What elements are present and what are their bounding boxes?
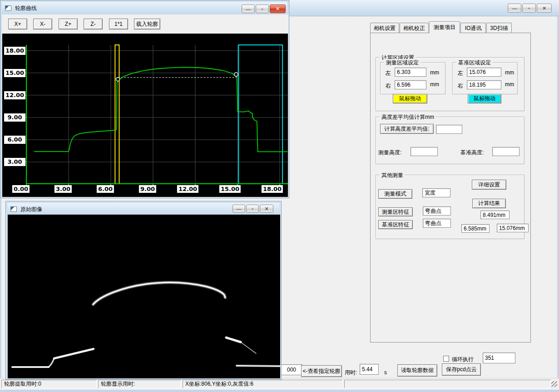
x-axis-label: 6.00: [97, 185, 114, 193]
reference-feature-button[interactable]: 基准区特征: [378, 220, 413, 229]
save-pcd-button[interactable]: 保存pcd点云: [442, 363, 481, 376]
reference-region-subgroup-title: 基准区域设定: [456, 59, 493, 67]
profile-window-title: 轮廓曲线: [15, 5, 37, 12]
tab-label: 相机校正: [403, 24, 425, 32]
toolbar-x-minus-button[interactable]: X-: [33, 19, 52, 29]
measure-feature-field[interactable]: 弯曲点: [423, 206, 451, 216]
loop-execute-label: 循环执行: [452, 356, 474, 363]
profile-minimize-button[interactable]: —: [242, 5, 255, 13]
profile-window-icon: [5, 5, 11, 11]
reference-height-field[interactable]: [492, 147, 519, 156]
y-axis-label: 3.00: [4, 158, 25, 166]
image-maximize-button[interactable]: ▫: [246, 205, 259, 213]
tab-camera-calibration[interactable]: 相机校正: [400, 23, 429, 33]
image-minimize-button[interactable]: —: [233, 205, 245, 213]
tab-3d-scan[interactable]: 3D扫描: [486, 23, 512, 33]
main-maximize-button[interactable]: ▫: [522, 4, 536, 13]
left-result-field[interactable]: 6.585mm: [461, 224, 490, 233]
reference-feature-field[interactable]: 弯曲点: [423, 219, 451, 228]
loop-execute-checkbox[interactable]: [443, 356, 449, 362]
reference-left-unit: mm: [505, 69, 514, 76]
tab-label: 3D扫描: [490, 24, 508, 32]
height-diff-result-field[interactable]: [436, 125, 462, 134]
main-window-left-border: [0, 198, 1, 392]
measure-right-unit: mm: [430, 81, 439, 88]
application-root: — ▫ ✕ 相机设置 相机校正 测量项目 IO通讯 3D扫描 计算区域设置 测量…: [0, 0, 559, 392]
tab-camera-settings[interactable]: 相机设置: [370, 23, 399, 33]
y-axis-label: 18.00: [4, 47, 25, 55]
toolbar-load-profile-button[interactable]: 载入轮廓: [134, 19, 160, 29]
reference-region-band[interactable]: [238, 45, 282, 184]
toolbar-x-plus-button[interactable]: X+: [8, 19, 27, 29]
laser-dash-tail: [241, 342, 256, 353]
status-extract-time: 轮廓提取用时:0: [1, 380, 97, 388]
y-axis-label: 12.00: [4, 91, 25, 99]
measure-right-label: 右: [386, 82, 391, 90]
measure-left-input[interactable]: 6.303: [395, 68, 426, 77]
profile-chart[interactable]: 3.006.009.0012.0015.0018.000.003.006.009…: [2, 34, 288, 197]
reference-left-label: 左: [458, 69, 463, 77]
laser-dash-right: [226, 338, 241, 342]
toolbar-z-plus-button[interactable]: Z+: [59, 19, 78, 29]
measure-mode-button[interactable]: 测量模式: [378, 189, 412, 199]
calc-result-button[interactable]: 计算结果: [472, 199, 506, 208]
x-axis-label: 12.00: [177, 185, 198, 193]
tab-label: 相机设置: [374, 24, 396, 32]
status-cursor-info: X坐标:806,Y坐标:0,灰度值:6: [183, 380, 343, 388]
tab-measurement-items[interactable]: 测量项目: [429, 21, 460, 33]
y-axis-label: 9.00: [4, 113, 25, 122]
laser-step: [49, 358, 54, 367]
measure-mode-field[interactable]: 宽度: [422, 188, 450, 197]
reference-right-label: 右: [458, 82, 463, 90]
resize-grip[interactable]: [551, 381, 557, 387]
reference-right-input[interactable]: 18.195: [467, 80, 501, 89]
height-diff-group-title: 高度差平均值计算mm: [380, 113, 436, 121]
x-axis-label: 3.00: [54, 185, 72, 193]
main-window-right-border: [557, 16, 559, 392]
elapsed-time-field[interactable]: 5.44: [360, 364, 379, 375]
calc-result-field[interactable]: 8.491mm: [480, 211, 510, 219]
laser-slant: [54, 349, 94, 358]
x-axis-label: 15.00: [219, 185, 241, 193]
profile-curve: [34, 67, 287, 152]
measure-right-input[interactable]: 6.596: [395, 80, 426, 89]
x-axis-label: 18.00: [262, 185, 283, 193]
main-close-button[interactable]: ✕: [537, 4, 552, 13]
reference-height-label: 基准高度:: [460, 149, 484, 157]
curve-marker[interactable]: [234, 73, 238, 76]
tab-label: IO通讯: [465, 24, 482, 32]
measure-region-band[interactable]: [115, 45, 119, 184]
profile-maximize-button[interactable]: ▫: [256, 5, 269, 13]
measure-feature-button[interactable]: 测量区特征: [378, 207, 413, 216]
toolbar-z-minus-button[interactable]: Z-: [84, 19, 103, 29]
elapsed-time-label: 用时:: [345, 369, 357, 377]
loop-count-field[interactable]: 351: [483, 353, 515, 363]
seconds-label: s: [384, 369, 387, 376]
image-close-button[interactable]: ✕: [260, 205, 273, 213]
status-display-time: 轮廓显示用时:: [98, 380, 181, 388]
profile-close-button[interactable]: ✕: [270, 5, 286, 13]
main-minimize-button[interactable]: —: [508, 4, 521, 13]
y-axis-label: 6.00: [4, 136, 25, 144]
view-profile-button[interactable]: <-查看指定轮廓: [301, 365, 342, 377]
reference-left-input[interactable]: 15.076: [467, 68, 501, 77]
calc-height-diff-button[interactable]: 计算高度差平均值:: [380, 124, 434, 134]
image-canvas: [8, 215, 280, 378]
x-axis-label: 0.00: [12, 185, 30, 193]
toolbar-1x1-button[interactable]: 1*1: [109, 19, 128, 29]
curve-marker[interactable]: [116, 78, 120, 81]
profile-window: 轮廓曲线 — ▫ ✕ X+ X- Z+ Z- 1*1 载入轮廓 3.006.00…: [0, 0, 289, 198]
measure-height-field[interactable]: [411, 147, 438, 156]
status-empty: [344, 380, 551, 388]
read-profile-data-button[interactable]: 读取轮廓数据: [397, 364, 437, 377]
other-measure-group-title: 其他测量: [380, 172, 405, 179]
detail-settings-button[interactable]: 详细设置: [472, 180, 506, 190]
measure-mouse-drag-button[interactable]: 鼠标拖动: [393, 94, 427, 103]
profile-toolbar: X+ X- Z+ Z- 1*1 载入轮廓: [2, 15, 288, 34]
tab-label: 测量项目: [434, 24, 455, 31]
y-axis-label: 15.00: [4, 69, 25, 77]
reference-mouse-drag-button[interactable]: 鼠标拖动: [468, 94, 501, 103]
tab-io-communication[interactable]: IO通讯: [460, 23, 486, 33]
chart-axes: [26, 45, 288, 184]
right-result-field[interactable]: 15.076mm: [497, 224, 529, 232]
